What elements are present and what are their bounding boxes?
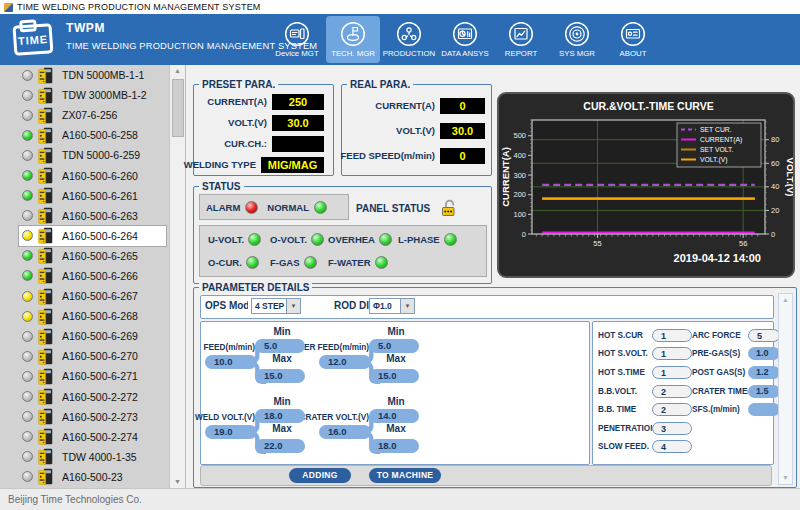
svg-text:40: 40: [771, 182, 779, 191]
param-label: WELDING TYPE: [184, 159, 256, 170]
scroll-up-icon[interactable]: [170, 65, 185, 77]
extra-param-field[interactable]: 1: [652, 329, 692, 342]
device-list-item[interactable]: A160-500-6-268: [19, 306, 166, 326]
extra-params-col1: HOT S.CUR 1 HOT S.VOLT. 1 HOT S.TIME 1 B…: [598, 326, 692, 456]
rod-dia-select[interactable]: Φ1.0: [369, 298, 415, 314]
device-list-item[interactable]: A160-500-6-260: [19, 165, 166, 185]
device-list-item[interactable]: A160-500-6-264: [19, 226, 166, 246]
device-name: A160-500-6-270: [62, 350, 138, 362]
min-value-field[interactable]: 5.0: [369, 339, 419, 353]
max-value-field[interactable]: 18.0: [369, 439, 419, 453]
adding-button[interactable]: ADDING: [289, 468, 351, 483]
set-value-field[interactable]: 19.0: [205, 425, 257, 439]
welding-machine-icon: [38, 348, 53, 365]
nav-button-tech-mgr[interactable]: TECH. MGR: [326, 16, 380, 63]
extra-param-label: HOT S.TIME: [598, 368, 652, 377]
welding-machine-icon: [38, 227, 53, 244]
extra-param-field[interactable]: 1: [652, 347, 692, 360]
alarm-led: [245, 201, 258, 214]
window-titlebar: TIME WELDING PRODUCTION MANAGEMENT SYSTE…: [0, 0, 800, 14]
extra-param-field[interactable]: 1.0: [748, 347, 780, 360]
param-label: FEED SPEED(m/min): [341, 150, 436, 161]
min-value-field[interactable]: 14.0: [369, 409, 419, 423]
device-status-led: [22, 130, 33, 141]
min-value-field[interactable]: 5.0: [255, 339, 305, 353]
device-list-item[interactable]: TDW 3000MB-1-2: [19, 85, 166, 105]
max-value-field[interactable]: 15.0: [255, 369, 305, 383]
nav-button-about[interactable]: ABOUT: [606, 16, 660, 63]
range-param-group: WELD VOLT.(V) Min Max { 18.0 19.0 22.0: [205, 398, 317, 462]
set-value-field[interactable]: 16.0: [319, 425, 371, 439]
set-value-field[interactable]: 12.0: [319, 355, 371, 369]
status-led-indicator: [246, 256, 259, 269]
device-list-item[interactable]: TDW 4000-1-35: [19, 447, 166, 467]
details-scrollbar[interactable]: [778, 293, 793, 485]
chevron-down-icon[interactable]: [286, 299, 300, 313]
status-led-cell: U-VOLT.: [208, 233, 270, 246]
device-list-item[interactable]: A160-500-6-266: [19, 266, 166, 286]
extra-param-label: PENETRATION: [598, 424, 652, 433]
ops-mode-select[interactable]: 4 STEP: [251, 298, 301, 314]
nav-button-production[interactable]: PRODUCTION: [382, 16, 436, 63]
real-para-group: REAL PARA. CURRENT(A) 0 VOLT.(V) 30.0 FE…: [341, 84, 492, 176]
min-value-field[interactable]: 18.0: [255, 409, 305, 423]
param-row: CURRENT(A) 0: [342, 93, 491, 118]
max-value-field[interactable]: 22.0: [255, 439, 305, 453]
nav-button-device-mgt[interactable]: Device MGT: [270, 16, 324, 63]
device-list-item[interactable]: A160-500-6-258: [19, 125, 166, 145]
welding-machine-icon: [38, 187, 53, 204]
nav-button-report[interactable]: REPORT: [494, 16, 548, 63]
device-list-item[interactable]: TDN 5000MB-1-1: [19, 65, 166, 85]
device-name: TDW 4000-1-35: [62, 451, 137, 463]
device-list-item[interactable]: A160-500-6-263: [19, 206, 166, 226]
device-list-item[interactable]: A160-500-23: [19, 467, 166, 487]
param-value-display: [272, 136, 324, 152]
extra-param-field[interactable]: 4: [652, 440, 692, 453]
device-list-item[interactable]: ZX07-6-256: [19, 105, 166, 125]
about-icon: [620, 21, 646, 47]
set-value-field[interactable]: 10.0: [205, 355, 257, 369]
welding-machine-icon: [38, 147, 53, 164]
scroll-down-icon[interactable]: [779, 472, 792, 484]
extra-param-field[interactable]: 1.5: [748, 385, 780, 398]
extra-param-label: HOT S.CUR: [598, 331, 652, 340]
extra-param-label: CRATER TIME(S): [692, 387, 748, 396]
device-status-led: [22, 150, 33, 161]
extra-param-label: SFS.(m/min): [692, 405, 748, 414]
status-led-indicator: [444, 233, 457, 246]
device-list-item[interactable]: A160-500-6-267: [19, 286, 166, 306]
to-machine-button[interactable]: TO MACHINE: [369, 468, 441, 483]
device-list-item[interactable]: TDN 5000-6-259: [19, 145, 166, 165]
scrollbar-thumb[interactable]: [172, 79, 184, 137]
device-list-item[interactable]: A160-500-2-274: [19, 427, 166, 447]
sidebar-scrollbar[interactable]: [169, 65, 185, 488]
nav-button-data-ansys[interactable]: DATA ANSYS: [438, 16, 492, 63]
nav-button-sys-mgr[interactable]: SYS MGR: [550, 16, 604, 63]
chevron-down-icon[interactable]: [400, 299, 414, 313]
status-title: STATUS: [199, 180, 244, 193]
cur-volt-time-chart: CUR.&VOLT.-TIME CURVE0100200300400500020…: [499, 94, 793, 276]
report-icon: [508, 21, 534, 47]
extra-param-field[interactable]: 1.2: [748, 366, 780, 379]
device-list-item[interactable]: A160-500-6-261: [19, 186, 166, 206]
range-param-group: FEED(m/min) Min Max { 5.0 10.0 15.0: [205, 328, 317, 392]
extra-param-field[interactable]: 2: [652, 403, 692, 416]
device-list-item[interactable]: A160-500-6-271: [19, 366, 166, 386]
extra-param-field[interactable]: 1: [652, 366, 692, 379]
scroll-down-icon[interactable]: [170, 476, 185, 488]
device-list-item[interactable]: A160-500-2-272: [19, 387, 166, 407]
extra-param-field[interactable]: 2: [652, 385, 692, 398]
device-name: TDN 5000MB-1-1: [62, 69, 144, 81]
svg-text:VOLT.(V): VOLT.(V): [700, 156, 727, 164]
welding-machine-icon: [38, 67, 53, 84]
extra-param-field[interactable]: 3: [652, 422, 692, 435]
device-list-item[interactable]: A160-500-6-265: [19, 246, 166, 266]
scroll-up-icon[interactable]: [779, 294, 792, 306]
max-value-field[interactable]: 15.0: [369, 369, 419, 383]
welding-machine-icon: [38, 207, 53, 224]
extra-param-row: ARC FORCE 5: [692, 326, 780, 345]
extra-param-field[interactable]: 5: [748, 329, 780, 342]
extra-param-field[interactable]: [748, 403, 780, 416]
param-value-display: 0: [440, 148, 485, 164]
param-label: CUR.CH.:: [224, 138, 267, 149]
